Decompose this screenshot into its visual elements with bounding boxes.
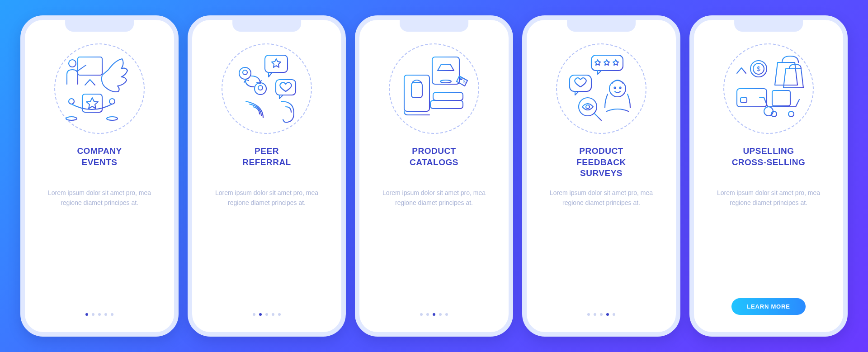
onboarding-row: COMPANY EVENTS Lorem ipsum dolor sit ame… [14,15,854,337]
upsell-illustration: $ [723,43,814,134]
onboarding-screen: $ [694,20,843,332]
svg-rect-31 [570,75,591,91]
screen-title: UPSELLING CROSS-SELLING [732,146,806,180]
page-dot[interactable] [613,313,615,316]
page-dot[interactable] [445,313,448,316]
onboarding-screen: PRODUCT FEEDBACK SURVEYS Lorem ipsum dol… [527,20,676,332]
screen-title: COMPANY EVENTS [77,146,122,180]
svg-point-16 [255,83,266,95]
svg-point-33 [614,87,615,88]
page-indicator [587,313,615,316]
page-indicator [85,313,113,316]
svg-line-36 [594,114,601,120]
svg-point-10 [66,117,77,120]
svg-point-14 [239,67,251,79]
page-dot[interactable] [600,313,603,316]
page-dot[interactable] [259,313,262,316]
page-dot[interactable] [253,313,255,316]
svg-rect-0 [78,57,102,75]
page-dot[interactable] [439,313,442,316]
phone-notch [567,20,636,32]
page-dot[interactable] [104,313,107,316]
catalogs-illustration: $ [389,43,479,134]
svg-rect-43 [741,98,747,102]
referral-illustration [222,43,312,134]
page-dot[interactable] [587,313,590,316]
svg-point-11 [107,117,118,120]
svg-rect-13 [265,55,288,72]
phone-mockup: PEER REFERRAL Lorem ipsum dolor sit amet… [188,15,346,337]
page-dot[interactable] [265,313,268,316]
feedback-illustration [556,43,646,134]
svg-point-4 [69,60,76,67]
screen-description: Lorem ipsum dolor sit amet pro, mea regi… [208,188,326,208]
svg-point-6 [69,99,74,104]
page-dot[interactable] [98,313,101,316]
screen-description: Lorem ipsum dolor sit amet pro, mea regi… [542,188,660,208]
phone-notch [65,20,134,32]
svg-point-17 [258,86,263,90]
phone-notch [400,20,468,32]
onboarding-screen: COMPANY EVENTS Lorem ipsum dolor sit ame… [25,20,174,332]
page-indicator [420,313,448,316]
page-indicator [253,313,281,316]
phone-mockup: $ PRODUCT CATALOGS Lorem ipsum [355,15,513,337]
onboarding-screen: PEER REFERRAL Lorem ipsum dolor sit amet… [192,20,341,332]
svg-point-35 [579,98,597,116]
svg-line-3 [90,80,95,85]
svg-point-37 [586,105,590,109]
onboarding-screen: $ PRODUCT CATALOGS Lorem ipsum [359,20,509,332]
page-dot[interactable] [594,313,596,316]
phone-notch [232,20,301,32]
page-dot[interactable] [606,313,609,316]
page-dot[interactable] [92,313,94,316]
svg-rect-18 [276,80,296,95]
phone-mockup: PRODUCT FEEDBACK SURVEYS Lorem ipsum dol… [522,15,680,337]
svg-point-34 [619,87,621,88]
screen-title: PEER REFERRAL [242,146,291,180]
phone-mockup: COMPANY EVENTS Lorem ipsum dolor sit ame… [20,15,179,337]
phone-mockup: $ [689,15,848,337]
events-illustration [54,43,145,134]
page-dot[interactable] [272,313,274,316]
svg-text:$: $ [463,79,466,84]
screen-description: Lorem ipsum dolor sit amet pro, mea regi… [710,188,827,208]
svg-line-2 [85,80,90,85]
svg-point-21 [440,80,451,83]
page-dot[interactable] [426,313,429,316]
svg-rect-25 [411,82,422,98]
learn-more-button[interactable]: LEARN MORE [731,298,805,315]
screen-title: PRODUCT FEEDBACK SURVEYS [576,146,626,180]
screen-description: Lorem ipsum dolor sit amet pro, mea regi… [41,188,158,208]
page-dot[interactable] [433,313,435,316]
svg-text:$: $ [757,65,760,72]
screen-description: Lorem ipsum dolor sit amet pro, mea regi… [375,188,493,208]
svg-point-15 [243,70,247,75]
page-dot[interactable] [111,313,113,316]
page-dot[interactable] [278,313,281,316]
svg-point-22 [460,78,462,80]
page-dot[interactable] [420,313,423,316]
screen-title: PRODUCT CATALOGS [410,146,458,180]
svg-point-48 [788,111,794,117]
svg-point-8 [109,99,115,104]
page-dot[interactable] [85,313,88,316]
phone-notch [734,20,803,32]
